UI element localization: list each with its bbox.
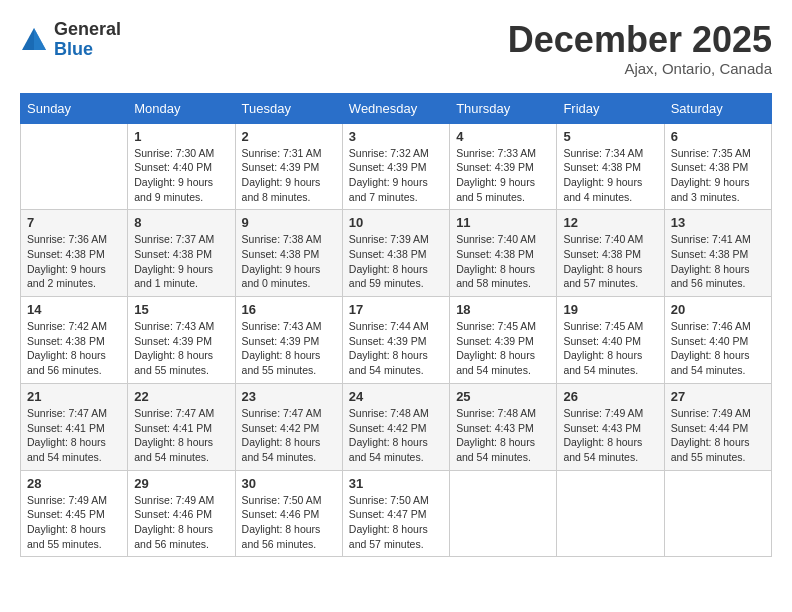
day-number: 4 — [456, 129, 550, 144]
day-number: 25 — [456, 389, 550, 404]
weekday-header: Wednesday — [342, 93, 449, 123]
day-number: 3 — [349, 129, 443, 144]
location: Ajax, Ontario, Canada — [508, 60, 772, 77]
day-number: 11 — [456, 215, 550, 230]
calendar-cell: 17Sunrise: 7:44 AM Sunset: 4:39 PM Dayli… — [342, 297, 449, 384]
calendar-cell: 24Sunrise: 7:48 AM Sunset: 4:42 PM Dayli… — [342, 383, 449, 470]
calendar-cell: 22Sunrise: 7:47 AM Sunset: 4:41 PM Dayli… — [128, 383, 235, 470]
logo-line1: General — [54, 20, 121, 40]
day-number: 16 — [242, 302, 336, 317]
day-number: 23 — [242, 389, 336, 404]
day-number: 20 — [671, 302, 765, 317]
title-block: December 2025 Ajax, Ontario, Canada — [508, 20, 772, 77]
day-info: Sunrise: 7:49 AM Sunset: 4:44 PM Dayligh… — [671, 406, 765, 465]
calendar-cell: 12Sunrise: 7:40 AM Sunset: 4:38 PM Dayli… — [557, 210, 664, 297]
calendar-week-row: 7Sunrise: 7:36 AM Sunset: 4:38 PM Daylig… — [21, 210, 772, 297]
day-number: 31 — [349, 476, 443, 491]
day-number: 2 — [242, 129, 336, 144]
calendar-cell: 5Sunrise: 7:34 AM Sunset: 4:38 PM Daylig… — [557, 123, 664, 210]
calendar-cell — [557, 470, 664, 557]
day-info: Sunrise: 7:41 AM Sunset: 4:38 PM Dayligh… — [671, 232, 765, 291]
day-number: 10 — [349, 215, 443, 230]
calendar-cell: 8Sunrise: 7:37 AM Sunset: 4:38 PM Daylig… — [128, 210, 235, 297]
day-number: 26 — [563, 389, 657, 404]
logo: General Blue — [20, 20, 121, 60]
day-info: Sunrise: 7:50 AM Sunset: 4:47 PM Dayligh… — [349, 493, 443, 552]
weekday-header: Saturday — [664, 93, 771, 123]
day-info: Sunrise: 7:48 AM Sunset: 4:43 PM Dayligh… — [456, 406, 550, 465]
calendar-cell: 27Sunrise: 7:49 AM Sunset: 4:44 PM Dayli… — [664, 383, 771, 470]
day-info: Sunrise: 7:49 AM Sunset: 4:45 PM Dayligh… — [27, 493, 121, 552]
calendar-cell: 14Sunrise: 7:42 AM Sunset: 4:38 PM Dayli… — [21, 297, 128, 384]
day-info: Sunrise: 7:43 AM Sunset: 4:39 PM Dayligh… — [242, 319, 336, 378]
calendar-cell: 7Sunrise: 7:36 AM Sunset: 4:38 PM Daylig… — [21, 210, 128, 297]
calendar-cell: 13Sunrise: 7:41 AM Sunset: 4:38 PM Dayli… — [664, 210, 771, 297]
day-info: Sunrise: 7:44 AM Sunset: 4:39 PM Dayligh… — [349, 319, 443, 378]
day-info: Sunrise: 7:40 AM Sunset: 4:38 PM Dayligh… — [563, 232, 657, 291]
calendar-cell: 21Sunrise: 7:47 AM Sunset: 4:41 PM Dayli… — [21, 383, 128, 470]
calendar-week-row: 28Sunrise: 7:49 AM Sunset: 4:45 PM Dayli… — [21, 470, 772, 557]
calendar-cell: 3Sunrise: 7:32 AM Sunset: 4:39 PM Daylig… — [342, 123, 449, 210]
day-number: 5 — [563, 129, 657, 144]
calendar-cell: 29Sunrise: 7:49 AM Sunset: 4:46 PM Dayli… — [128, 470, 235, 557]
day-info: Sunrise: 7:50 AM Sunset: 4:46 PM Dayligh… — [242, 493, 336, 552]
calendar-cell: 4Sunrise: 7:33 AM Sunset: 4:39 PM Daylig… — [450, 123, 557, 210]
calendar-week-row: 1Sunrise: 7:30 AM Sunset: 4:40 PM Daylig… — [21, 123, 772, 210]
calendar-cell: 28Sunrise: 7:49 AM Sunset: 4:45 PM Dayli… — [21, 470, 128, 557]
page-header: General Blue December 2025 Ajax, Ontario… — [20, 20, 772, 77]
month-title: December 2025 — [508, 20, 772, 60]
day-info: Sunrise: 7:34 AM Sunset: 4:38 PM Dayligh… — [563, 146, 657, 205]
day-info: Sunrise: 7:45 AM Sunset: 4:39 PM Dayligh… — [456, 319, 550, 378]
logo-text: General Blue — [54, 20, 121, 60]
logo-icon — [20, 26, 48, 54]
day-number: 17 — [349, 302, 443, 317]
calendar-week-row: 21Sunrise: 7:47 AM Sunset: 4:41 PM Dayli… — [21, 383, 772, 470]
day-info: Sunrise: 7:48 AM Sunset: 4:42 PM Dayligh… — [349, 406, 443, 465]
day-info: Sunrise: 7:45 AM Sunset: 4:40 PM Dayligh… — [563, 319, 657, 378]
day-info: Sunrise: 7:39 AM Sunset: 4:38 PM Dayligh… — [349, 232, 443, 291]
calendar-cell — [664, 470, 771, 557]
calendar-table: SundayMondayTuesdayWednesdayThursdayFrid… — [20, 93, 772, 558]
calendar-cell: 16Sunrise: 7:43 AM Sunset: 4:39 PM Dayli… — [235, 297, 342, 384]
calendar-cell: 31Sunrise: 7:50 AM Sunset: 4:47 PM Dayli… — [342, 470, 449, 557]
day-number: 22 — [134, 389, 228, 404]
day-number: 21 — [27, 389, 121, 404]
day-number: 8 — [134, 215, 228, 230]
day-info: Sunrise: 7:49 AM Sunset: 4:43 PM Dayligh… — [563, 406, 657, 465]
weekday-header: Friday — [557, 93, 664, 123]
day-number: 15 — [134, 302, 228, 317]
calendar-cell: 26Sunrise: 7:49 AM Sunset: 4:43 PM Dayli… — [557, 383, 664, 470]
day-number: 28 — [27, 476, 121, 491]
svg-marker-1 — [34, 28, 46, 50]
weekday-header-row: SundayMondayTuesdayWednesdayThursdayFrid… — [21, 93, 772, 123]
day-number: 12 — [563, 215, 657, 230]
day-info: Sunrise: 7:30 AM Sunset: 4:40 PM Dayligh… — [134, 146, 228, 205]
day-number: 13 — [671, 215, 765, 230]
calendar-week-row: 14Sunrise: 7:42 AM Sunset: 4:38 PM Dayli… — [21, 297, 772, 384]
calendar-cell: 19Sunrise: 7:45 AM Sunset: 4:40 PM Dayli… — [557, 297, 664, 384]
day-info: Sunrise: 7:40 AM Sunset: 4:38 PM Dayligh… — [456, 232, 550, 291]
calendar-cell: 6Sunrise: 7:35 AM Sunset: 4:38 PM Daylig… — [664, 123, 771, 210]
day-info: Sunrise: 7:35 AM Sunset: 4:38 PM Dayligh… — [671, 146, 765, 205]
day-info: Sunrise: 7:43 AM Sunset: 4:39 PM Dayligh… — [134, 319, 228, 378]
calendar-cell: 2Sunrise: 7:31 AM Sunset: 4:39 PM Daylig… — [235, 123, 342, 210]
day-number: 27 — [671, 389, 765, 404]
logo-line2: Blue — [54, 40, 121, 60]
calendar-cell: 23Sunrise: 7:47 AM Sunset: 4:42 PM Dayli… — [235, 383, 342, 470]
day-info: Sunrise: 7:49 AM Sunset: 4:46 PM Dayligh… — [134, 493, 228, 552]
day-number: 30 — [242, 476, 336, 491]
weekday-header: Tuesday — [235, 93, 342, 123]
day-number: 18 — [456, 302, 550, 317]
calendar-cell: 20Sunrise: 7:46 AM Sunset: 4:40 PM Dayli… — [664, 297, 771, 384]
day-info: Sunrise: 7:47 AM Sunset: 4:41 PM Dayligh… — [27, 406, 121, 465]
weekday-header: Monday — [128, 93, 235, 123]
day-number: 7 — [27, 215, 121, 230]
day-info: Sunrise: 7:33 AM Sunset: 4:39 PM Dayligh… — [456, 146, 550, 205]
day-info: Sunrise: 7:37 AM Sunset: 4:38 PM Dayligh… — [134, 232, 228, 291]
day-number: 6 — [671, 129, 765, 144]
calendar-cell: 30Sunrise: 7:50 AM Sunset: 4:46 PM Dayli… — [235, 470, 342, 557]
day-number: 29 — [134, 476, 228, 491]
calendar-cell: 18Sunrise: 7:45 AM Sunset: 4:39 PM Dayli… — [450, 297, 557, 384]
calendar-cell: 11Sunrise: 7:40 AM Sunset: 4:38 PM Dayli… — [450, 210, 557, 297]
day-info: Sunrise: 7:38 AM Sunset: 4:38 PM Dayligh… — [242, 232, 336, 291]
